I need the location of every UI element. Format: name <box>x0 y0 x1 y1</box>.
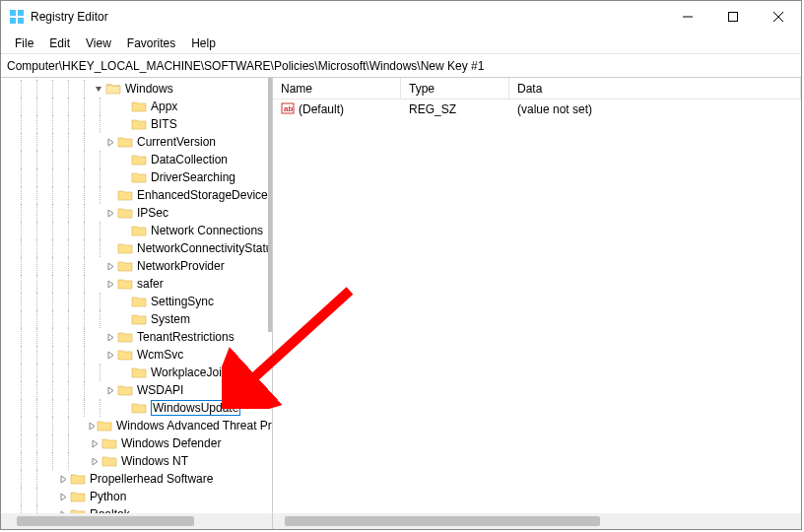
tree-hscroll-thumb[interactable] <box>17 516 194 526</box>
tree-node-label: WSDAPI <box>137 383 183 397</box>
folder-icon <box>117 206 133 220</box>
folder-icon <box>131 295 147 308</box>
tree-expander[interactable] <box>103 262 117 271</box>
menu-edit[interactable]: Edit <box>41 34 78 52</box>
values-list[interactable]: ab(Default)REG_SZ(value not set) <box>273 100 801 513</box>
address-text: Computer\HKEY_LOCAL_MACHINE\SOFTWARE\Pol… <box>7 59 484 73</box>
svg-rect-2 <box>10 18 16 24</box>
tree-vscroll-thumb[interactable] <box>268 78 272 332</box>
tree-node-label: NetworkProvider <box>137 259 225 273</box>
tree-node-label: Windows NT <box>121 454 188 468</box>
values-header: Name Type Data <box>273 78 801 100</box>
tree-node[interactable]: Python <box>1 488 272 505</box>
tree-expander[interactable] <box>88 439 101 448</box>
folder-icon <box>131 117 147 131</box>
tree-node-label: WorkplaceJoin <box>151 366 228 379</box>
tree-node[interactable]: Appx <box>1 98 272 115</box>
tree-pane: WindowsAppxBITSCurrentVersionDataCollect… <box>1 78 273 529</box>
tree-node[interactable]: Windows Advanced Threat Protection <box>1 417 272 434</box>
tree-node[interactable]: EnhancedStorageDevices <box>1 186 272 204</box>
tree-node-label: Network Connections <box>151 224 263 237</box>
tree-expander[interactable] <box>103 386 117 395</box>
values-hscroll[interactable] <box>273 513 801 529</box>
folder-icon <box>131 366 147 379</box>
tree-node-label: DriverSearching <box>151 170 235 184</box>
address-bar[interactable]: Computer\HKEY_LOCAL_MACHINE\SOFTWARE\Pol… <box>1 54 801 78</box>
tree-node-label: Windows <box>125 82 173 96</box>
minimize-button[interactable] <box>665 1 710 33</box>
tree-node[interactable]: WindowsUpdate <box>1 399 272 417</box>
folder-icon <box>131 224 147 237</box>
folder-icon <box>117 188 133 202</box>
tree-node[interactable]: WcmSvc <box>1 346 272 364</box>
tree-node[interactable]: TenantRestrictions <box>1 328 272 346</box>
tree-expander[interactable] <box>88 422 97 431</box>
tree-expander[interactable] <box>56 493 70 501</box>
tree-node[interactable]: DataCollection <box>1 151 272 168</box>
folder-icon <box>117 383 133 397</box>
tree-expander[interactable] <box>103 333 117 342</box>
tree-expander[interactable] <box>103 280 117 289</box>
tree-node[interactable]: WorkplaceJoin <box>1 364 272 381</box>
maximize-button[interactable] <box>710 1 756 33</box>
col-name[interactable]: Name <box>273 78 401 99</box>
value-data: (value not set) <box>509 102 801 116</box>
tree-node[interactable]: System <box>1 310 272 328</box>
tree-node[interactable]: safer <box>1 275 272 293</box>
value-name: (Default) <box>299 102 344 116</box>
tree-node-label: Propellerhead Software <box>90 472 213 486</box>
value-type: REG_SZ <box>401 102 509 116</box>
tree-node-label: WindowsUpdate <box>151 400 240 416</box>
tree-node-label: Windows Advanced Threat Protection <box>116 419 272 432</box>
tree-node[interactable]: DriverSearching <box>1 168 272 186</box>
tree-node-label: DataCollection <box>151 153 228 166</box>
tree-expander[interactable] <box>56 475 70 484</box>
svg-rect-5 <box>729 13 738 22</box>
registry-value-row[interactable]: ab(Default)REG_SZ(value not set) <box>273 100 801 119</box>
tree-expander[interactable] <box>103 209 117 218</box>
menu-file[interactable]: File <box>7 34 41 52</box>
folder-icon <box>101 436 117 450</box>
col-type[interactable]: Type <box>401 78 509 99</box>
tree-expander[interactable] <box>103 351 117 360</box>
folder-icon <box>105 82 121 96</box>
folder-icon <box>70 490 86 503</box>
tree-node[interactable]: Network Connections <box>1 222 272 239</box>
tree-node-label: CurrentVersion <box>137 135 216 149</box>
tree-node-label: safer <box>137 277 164 291</box>
tree-node[interactable]: Windows <box>1 80 272 98</box>
registry-tree[interactable]: WindowsAppxBITSCurrentVersionDataCollect… <box>1 78 272 529</box>
close-button[interactable] <box>756 1 801 33</box>
folder-icon <box>117 348 133 362</box>
tree-node[interactable]: NetworkProvider <box>1 257 272 275</box>
tree-expander[interactable] <box>103 138 117 147</box>
folder-icon <box>101 454 117 468</box>
tree-node-label: NetworkConnectivityStatusIndicator <box>137 241 272 255</box>
folder-icon <box>131 153 147 166</box>
tree-node-label: WcmSvc <box>137 348 183 362</box>
tree-node[interactable]: Windows Defender <box>1 434 272 452</box>
tree-node[interactable]: WSDAPI <box>1 381 272 399</box>
tree-node[interactable]: BITS <box>1 115 272 133</box>
window-title: Registry Editor <box>31 10 665 24</box>
tree-node[interactable]: NetworkConnectivityStatusIndicator <box>1 239 272 257</box>
tree-expander[interactable] <box>88 457 101 466</box>
tree-node-label: Windows Defender <box>121 436 221 450</box>
tree-node-label: Appx <box>151 100 177 113</box>
tree-expander[interactable] <box>92 85 105 94</box>
folder-icon <box>70 472 86 486</box>
values-hscroll-thumb[interactable] <box>285 516 600 526</box>
menu-favorites[interactable]: Favorites <box>119 34 183 52</box>
tree-node[interactable]: IPSec <box>1 204 272 222</box>
tree-node[interactable]: Propellerhead Software <box>1 470 272 488</box>
col-data[interactable]: Data <box>509 78 801 99</box>
tree-hscroll[interactable] <box>1 513 272 529</box>
titlebar: Registry Editor <box>1 1 801 33</box>
tree-node[interactable]: SettingSync <box>1 293 272 310</box>
tree-node[interactable]: CurrentVersion <box>1 133 272 151</box>
menu-view[interactable]: View <box>78 34 119 52</box>
menu-help[interactable]: Help <box>183 34 224 52</box>
values-pane: Name Type Data ab(Default)REG_SZ(value n… <box>273 78 801 529</box>
app-icon <box>9 9 25 25</box>
tree-node[interactable]: Windows NT <box>1 452 272 470</box>
